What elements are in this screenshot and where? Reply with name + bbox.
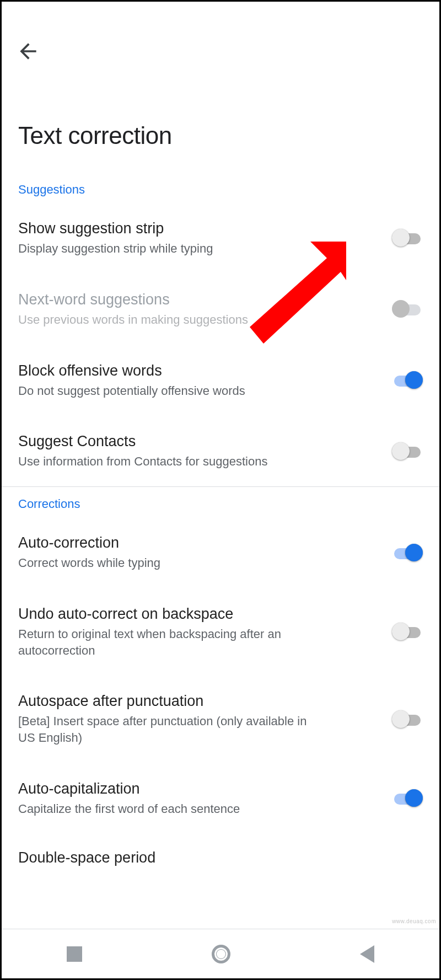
toggle-next-word-suggestions — [392, 299, 423, 319]
nav-back-button[interactable] — [360, 945, 374, 963]
setting-label: Suggest Contacts — [18, 432, 381, 451]
setting-label: Auto-capitalization — [18, 779, 381, 799]
row-next-word-suggestions: Next-word suggestions Use previous words… — [2, 274, 439, 345]
row-undo-auto-correct[interactable]: Undo auto-correct on backspace Return to… — [2, 588, 439, 675]
toggle-suggest-contacts[interactable] — [392, 441, 423, 461]
watermark-text: www.deuaq.com — [392, 918, 436, 924]
row-double-space-period[interactable]: Double-space period — [2, 834, 439, 866]
nav-recent-button[interactable] — [67, 946, 82, 962]
toggle-auto-capitalization[interactable] — [392, 788, 423, 808]
setting-label: Undo auto-correct on backspace — [18, 604, 381, 624]
setting-label: Next-word suggestions — [18, 290, 381, 309]
arrow-back-icon — [16, 39, 40, 63]
setting-label: Show suggestion strip — [18, 219, 381, 238]
toggle-undo-auto-correct[interactable] — [392, 622, 423, 641]
row-show-suggestion-strip[interactable]: Show suggestion strip Display suggestion… — [2, 202, 439, 274]
row-suggest-contacts[interactable]: Suggest Contacts Use information from Co… — [2, 415, 439, 486]
setting-description: Use information from Contacts for sugges… — [18, 453, 327, 470]
setting-description: Correct words while typing — [18, 555, 327, 571]
toggle-block-offensive-words[interactable] — [392, 370, 423, 390]
setting-label: Double-space period — [18, 849, 423, 866]
page-title: Text correction — [2, 101, 439, 173]
toggle-autospace-after-punctuation[interactable] — [392, 709, 423, 729]
back-button[interactable] — [16, 39, 40, 63]
row-auto-correction[interactable]: Auto-correction Correct words while typi… — [2, 517, 439, 588]
circle-icon — [212, 945, 230, 963]
section-header-corrections: Corrections — [2, 487, 439, 517]
section-header-suggestions: Suggestions — [2, 173, 439, 202]
setting-label: Block offensive words — [18, 361, 381, 381]
row-block-offensive-words[interactable]: Block offensive words Do not suggest pot… — [2, 345, 439, 416]
toggle-auto-correction[interactable] — [392, 543, 423, 563]
setting-description: [Beta] Insert space after punctuation (o… — [18, 713, 327, 746]
top-app-bar — [2, 2, 439, 101]
square-icon — [67, 946, 82, 962]
settings-screen: Text correction Suggestions Show suggest… — [2, 2, 439, 929]
triangle-left-icon — [360, 945, 374, 963]
row-autospace-after-punctuation[interactable]: Autospace after punctuation [Beta] Inser… — [2, 675, 439, 762]
setting-label: Auto-correction — [18, 533, 381, 553]
nav-home-button[interactable] — [212, 945, 230, 963]
setting-description: Display suggestion strip while typing — [18, 240, 327, 257]
toggle-show-suggestion-strip[interactable] — [392, 228, 423, 248]
setting-description: Return to original text when backspacing… — [18, 626, 327, 658]
setting-description: Capitalize the first word of each senten… — [18, 801, 327, 817]
setting-label: Autospace after punctuation — [18, 692, 381, 711]
setting-description: Do not suggest potentially offensive wor… — [18, 383, 327, 399]
setting-description: Use previous words in making suggestions — [18, 312, 327, 328]
system-nav-bar — [2, 929, 439, 978]
row-auto-capitalization[interactable]: Auto-capitalization Capitalize the first… — [2, 763, 439, 834]
